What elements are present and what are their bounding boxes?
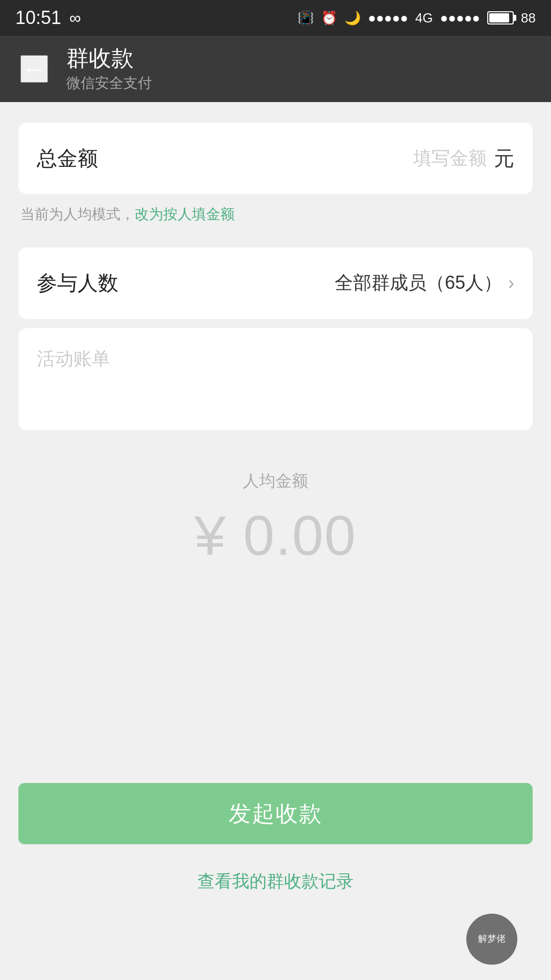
chevron-right-icon: ›: [508, 273, 514, 294]
helper-prefix: 当前为人均模式，: [20, 206, 135, 222]
activity-note-placeholder: 活动账单: [37, 348, 110, 369]
participants-row[interactable]: 参与人数 全部群成员（65人） ›: [37, 248, 514, 319]
amount-placeholder: 填写金额: [413, 146, 487, 171]
main-content: 总金额 填写金额 元 当前为人均模式，改为按人填金额 参与人数 全部群成员（65…: [0, 102, 551, 980]
participants-count: 全部群成员（65人）: [335, 271, 502, 296]
alarm-icon: ⏰: [321, 10, 337, 26]
signal-icon: ●●●●●: [368, 10, 408, 26]
activity-note-card[interactable]: 活动账单: [18, 328, 533, 430]
yuan-label: 元: [494, 144, 514, 173]
signal-4g-icon: 4G: [415, 10, 433, 26]
bottom-actions: 查看我的群收款记录: [18, 844, 533, 914]
vibrate-icon: 📳: [297, 10, 314, 26]
watermark-text: 解梦佬: [478, 934, 506, 945]
moon-icon: 🌙: [344, 10, 361, 26]
total-amount-card: 总金额 填写金额 元: [18, 122, 533, 194]
time-display: 10:51: [15, 7, 61, 29]
status-left: 10:51 ∞: [15, 7, 81, 29]
infinity-icon: ∞: [69, 9, 81, 28]
signal2-icon: ●●●●●: [440, 10, 481, 26]
helper-link[interactable]: 改为按人填金额: [135, 206, 235, 222]
participants-label: 参与人数: [37, 269, 118, 297]
watermark-badge: 解梦佬: [466, 914, 517, 965]
app-bar-subtitle: 微信安全支付: [66, 74, 152, 93]
app-bar: ← 群收款 微信安全支付: [0, 36, 551, 102]
per-person-label: 人均金额: [243, 470, 308, 493]
per-person-section: 人均金额 ¥ 0.00: [18, 439, 533, 593]
view-records-link[interactable]: 查看我的群收款记录: [197, 870, 354, 893]
watermark: 解梦佬: [18, 914, 533, 980]
app-bar-title-group: 群收款 微信安全支付: [66, 45, 152, 93]
amount-input-area[interactable]: 填写金额 元: [413, 144, 514, 173]
amount-row: 总金额 填写金额 元: [37, 122, 514, 194]
participants-value: 全部群成员（65人） ›: [335, 271, 514, 296]
helper-text: 当前为人均模式，改为按人填金额: [18, 203, 533, 238]
status-bar: 10:51 ∞ 📳 ⏰ 🌙 ●●●●● 4G ●●●●● 88: [0, 0, 551, 36]
submit-button[interactable]: 发起收款: [18, 783, 533, 844]
per-person-amount: ¥ 0.00: [194, 503, 357, 568]
participants-card: 参与人数 全部群成员（65人） ›: [18, 248, 533, 319]
back-button[interactable]: ←: [20, 55, 48, 83]
battery-icon: [487, 11, 514, 24]
battery-level: 88: [521, 10, 536, 26]
app-bar-title: 群收款: [66, 45, 152, 72]
total-amount-label: 总金额: [37, 144, 98, 173]
status-right: 📳 ⏰ 🌙 ●●●●● 4G ●●●●● 88: [297, 10, 536, 26]
